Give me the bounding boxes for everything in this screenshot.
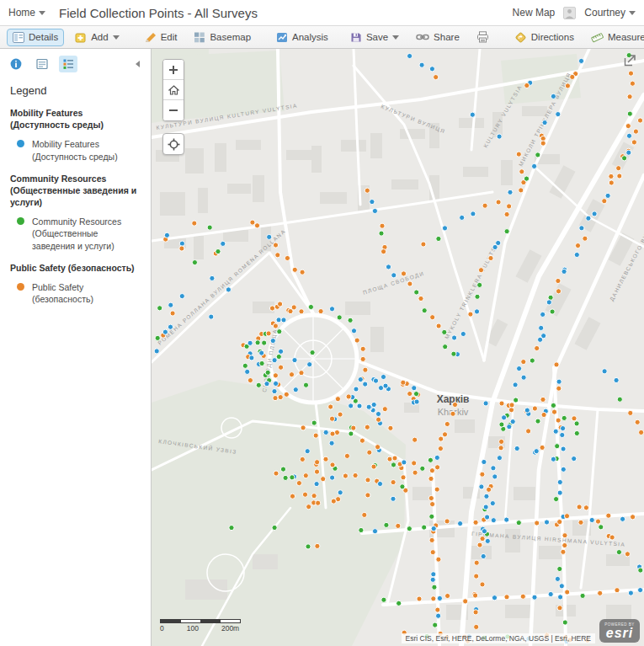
map-point[interactable] bbox=[242, 363, 247, 368]
map-point[interactable] bbox=[474, 624, 479, 629]
map-point[interactable] bbox=[247, 340, 253, 345]
map-point[interactable] bbox=[444, 421, 450, 426]
map-point[interactable] bbox=[154, 349, 159, 354]
map-point[interactable] bbox=[337, 315, 342, 320]
map-point[interactable] bbox=[305, 449, 310, 454]
map-point[interactable] bbox=[307, 362, 312, 367]
map-point[interactable] bbox=[273, 323, 278, 328]
map-point[interactable] bbox=[452, 335, 457, 340]
map-point[interactable] bbox=[281, 318, 286, 323]
map-point[interactable] bbox=[557, 566, 562, 571]
map-point[interactable] bbox=[435, 607, 440, 612]
map-point[interactable] bbox=[400, 484, 405, 489]
map-point[interactable] bbox=[565, 83, 570, 88]
map-point[interactable] bbox=[542, 120, 547, 125]
map-point[interactable] bbox=[609, 535, 615, 540]
map-point[interactable] bbox=[288, 309, 293, 314]
map-point[interactable] bbox=[548, 591, 553, 596]
map-point[interactable] bbox=[482, 459, 487, 464]
map-point[interactable] bbox=[517, 366, 522, 371]
map-point[interactable] bbox=[382, 407, 387, 412]
map-point[interactable] bbox=[551, 456, 556, 462]
map-point[interactable] bbox=[445, 593, 450, 598]
map-point[interactable] bbox=[358, 377, 363, 382]
map-point[interactable] bbox=[627, 94, 632, 99]
map-point[interactable] bbox=[179, 294, 184, 299]
map-point[interactable] bbox=[373, 378, 378, 383]
map-point[interactable] bbox=[580, 593, 585, 598]
open-in-new-window-button[interactable] bbox=[622, 54, 637, 69]
map-point[interactable] bbox=[330, 462, 335, 467]
map-point[interactable] bbox=[496, 200, 501, 205]
map-point[interactable] bbox=[391, 496, 396, 501]
map-point[interactable] bbox=[616, 550, 621, 555]
map-point[interactable] bbox=[450, 411, 455, 416]
map-point[interactable] bbox=[249, 355, 254, 360]
map-point[interactable] bbox=[344, 453, 349, 458]
map-point[interactable] bbox=[264, 382, 269, 387]
map-point[interactable] bbox=[428, 495, 434, 500]
map-point[interactable] bbox=[492, 595, 497, 601]
map-point[interactable] bbox=[370, 200, 375, 205]
map-point[interactable] bbox=[414, 399, 419, 404]
map-point[interactable] bbox=[362, 512, 367, 517]
map-point[interactable] bbox=[558, 595, 563, 600]
map-point[interactable] bbox=[530, 358, 535, 363]
map-point[interactable] bbox=[508, 190, 513, 195]
map-point[interactable] bbox=[605, 193, 610, 198]
map-point[interactable] bbox=[272, 389, 277, 394]
map-point[interactable] bbox=[435, 465, 440, 470]
map-point[interactable] bbox=[431, 572, 436, 577]
map-point[interactable] bbox=[285, 255, 290, 260]
map-point[interactable] bbox=[430, 577, 435, 582]
map-point[interactable] bbox=[422, 525, 427, 530]
map-point[interactable] bbox=[535, 345, 540, 350]
map-point[interactable] bbox=[256, 382, 261, 387]
map-point[interactable] bbox=[302, 492, 307, 497]
map-point[interactable] bbox=[557, 606, 562, 611]
map-point[interactable] bbox=[556, 289, 561, 294]
map-point[interactable] bbox=[343, 473, 348, 478]
map-point[interactable] bbox=[299, 309, 304, 314]
map-point[interactable] bbox=[429, 514, 434, 519]
map-point[interactable] bbox=[292, 267, 297, 272]
map-point[interactable] bbox=[273, 373, 278, 378]
map-point[interactable] bbox=[321, 477, 326, 482]
map-point[interactable] bbox=[474, 560, 479, 565]
map-point[interactable] bbox=[164, 232, 169, 238]
map-point[interactable] bbox=[300, 456, 305, 462]
map-point[interactable] bbox=[170, 311, 175, 316]
map-point[interactable] bbox=[519, 169, 524, 174]
map-point[interactable] bbox=[482, 203, 487, 208]
map-point[interactable] bbox=[386, 264, 391, 270]
map-point[interactable] bbox=[381, 374, 386, 379]
map-point[interactable] bbox=[417, 596, 422, 601]
map-point[interactable] bbox=[555, 576, 560, 581]
map-point[interactable] bbox=[554, 362, 559, 367]
map-point[interactable] bbox=[633, 129, 638, 134]
map-point[interactable] bbox=[583, 236, 588, 241]
map-point[interactable] bbox=[485, 515, 490, 520]
map-point[interactable] bbox=[524, 176, 529, 181]
map-point[interactable] bbox=[602, 369, 607, 374]
zoom-in-button[interactable] bbox=[163, 60, 184, 80]
map-point[interactable] bbox=[436, 557, 441, 562]
map-point[interactable] bbox=[557, 479, 562, 484]
map-point[interactable] bbox=[421, 242, 426, 247]
map-point[interactable] bbox=[615, 588, 620, 593]
map-point[interactable] bbox=[546, 300, 551, 305]
map-point[interactable] bbox=[556, 278, 561, 283]
map-point[interactable] bbox=[509, 403, 514, 408]
map-point[interactable] bbox=[617, 397, 622, 402]
map-point[interactable] bbox=[335, 397, 340, 402]
map-point[interactable] bbox=[481, 553, 486, 558]
map-point[interactable] bbox=[381, 249, 386, 254]
map-point[interactable] bbox=[474, 309, 479, 314]
map-point[interactable] bbox=[504, 517, 509, 522]
map-point[interactable] bbox=[540, 445, 545, 450]
map-point[interactable] bbox=[384, 522, 389, 527]
map-point[interactable] bbox=[574, 252, 579, 257]
map-point[interactable] bbox=[499, 439, 504, 444]
map-point[interactable] bbox=[250, 220, 255, 225]
map-point[interactable] bbox=[589, 517, 594, 522]
